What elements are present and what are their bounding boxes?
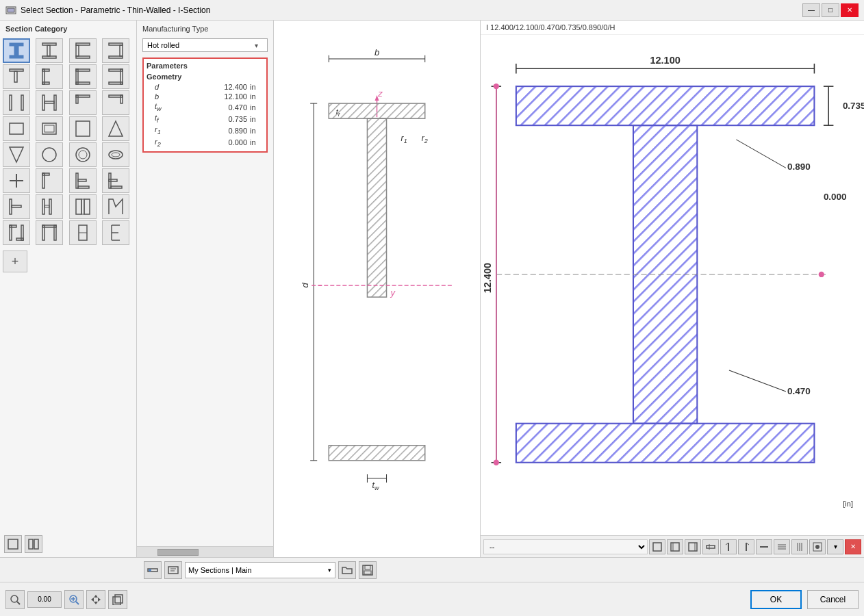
section-btn-23[interactable] xyxy=(69,168,97,193)
view-btn-close[interactable]: ✕ xyxy=(845,539,861,554)
left-panel: Section Category xyxy=(0,21,137,557)
close-button[interactable]: ✕ xyxy=(841,3,859,17)
my-sections-dropdown-wrap: My Sections | Main ▾ xyxy=(185,562,335,578)
minimize-button[interactable]: — xyxy=(802,3,820,17)
view-btn-dropdown[interactable]: ▾ xyxy=(827,539,843,554)
search-btn[interactable] xyxy=(5,590,25,609)
ok-button[interactable]: OK xyxy=(750,590,802,609)
section-btn-26[interactable] xyxy=(36,194,63,219)
hscroll-thumb[interactable] xyxy=(157,549,199,556)
section-btn-12[interactable] xyxy=(102,90,129,115)
bottom-toolbar: 0.00 OK Cancel xyxy=(0,582,864,616)
status-dropdown[interactable]: -- xyxy=(483,539,648,554)
view-btn-6[interactable] xyxy=(738,539,754,554)
copy-btn[interactable] xyxy=(108,590,127,609)
svg-point-43 xyxy=(109,151,123,159)
svg-rect-51 xyxy=(78,186,89,188)
bottom-left: 0.00 xyxy=(5,590,127,609)
pan-btn[interactable] xyxy=(86,590,105,609)
hscroll-bar[interactable] xyxy=(137,546,273,557)
svg-rect-1 xyxy=(8,8,14,12)
section-btn-32[interactable] xyxy=(102,220,129,245)
section-btn-14[interactable] xyxy=(36,116,63,141)
section-btn-3[interactable] xyxy=(69,38,97,63)
view-btn-4[interactable] xyxy=(702,539,719,554)
svg-line-119 xyxy=(729,370,786,392)
view-btn-7[interactable] xyxy=(756,539,772,554)
section-btn-28[interactable] xyxy=(102,194,129,219)
section-edit-btn[interactable] xyxy=(164,561,182,579)
mfg-type-dropdown[interactable]: Hot rolled Cold formed Welded xyxy=(142,38,268,52)
titlebar: Select Section - Parametric - Thin-Walle… xyxy=(0,0,864,21)
svg-rect-73 xyxy=(29,539,33,549)
view-btn-10[interactable] xyxy=(809,539,826,554)
section-save-btn[interactable] xyxy=(359,561,377,579)
section-btn-8[interactable] xyxy=(102,64,129,89)
my-sections-dropdown[interactable]: My Sections | Main xyxy=(185,562,335,578)
param-name-r2: r2 xyxy=(155,138,175,148)
section-btn-16[interactable] xyxy=(102,116,129,141)
section-btn-11[interactable] xyxy=(69,90,97,115)
section-label: I 12.400/12.100/0.470/0.735/0.890/0/H xyxy=(481,21,864,35)
param-unit-b: in xyxy=(250,92,264,101)
section-btn-29[interactable] xyxy=(3,220,30,245)
param-name-r1: r1 xyxy=(155,125,175,136)
section-btn-24[interactable] xyxy=(102,168,129,193)
view-btn-3[interactable] xyxy=(685,539,701,554)
section-btn-18[interactable] xyxy=(36,142,63,167)
section-btn-2[interactable] xyxy=(36,38,63,63)
svg-rect-12 xyxy=(120,45,123,56)
section-btn-15[interactable] xyxy=(69,116,97,141)
add-section-button[interactable]: + xyxy=(3,251,27,272)
section-btn-13[interactable] xyxy=(3,116,30,141)
section-add-btn[interactable] xyxy=(144,561,162,579)
section-btn-5[interactable] xyxy=(3,64,30,89)
section-folder-btn[interactable] xyxy=(338,561,356,579)
view-btn-5[interactable] xyxy=(720,539,737,554)
zoom-btn[interactable] xyxy=(64,590,84,609)
section-btn-1[interactable] xyxy=(3,38,30,63)
svg-rect-153 xyxy=(364,571,371,574)
section-view-btn-1[interactable] xyxy=(4,535,22,553)
section-btn-7[interactable] xyxy=(69,64,97,89)
view-btn-8[interactable] xyxy=(774,539,790,554)
parameters-box: Parameters Geometry d 12.400 in b 12.100… xyxy=(142,57,268,153)
section-btn-9[interactable] xyxy=(3,90,30,115)
view-btn-1[interactable] xyxy=(649,539,665,554)
svg-rect-103 xyxy=(516,424,815,463)
section-btn-31[interactable] xyxy=(69,220,97,245)
section-btn-25[interactable] xyxy=(3,194,30,219)
svg-point-147 xyxy=(149,569,151,572)
param-row-tw: tw 0.470 in xyxy=(147,101,264,113)
coord-display[interactable]: 0.00 xyxy=(27,591,62,608)
section-btn-10[interactable] xyxy=(36,90,63,115)
svg-rect-129 xyxy=(689,543,697,551)
section-view-btn-2[interactable] xyxy=(25,535,42,553)
section-btn-27[interactable] xyxy=(69,194,97,219)
cancel-button[interactable]: Cancel xyxy=(807,590,859,609)
param-name-tw: tw xyxy=(155,102,175,112)
svg-text:d: d xyxy=(300,283,310,288)
app-icon xyxy=(5,5,16,16)
section-btn-20[interactable] xyxy=(102,142,129,167)
section-btn-30[interactable] xyxy=(36,220,63,245)
param-value-tf: 0.735 xyxy=(175,115,247,123)
section-btn-22[interactable] xyxy=(36,168,63,193)
view-btn-9[interactable] xyxy=(791,539,808,554)
maximize-button[interactable]: □ xyxy=(822,3,839,17)
svg-text:r1: r1 xyxy=(401,133,407,144)
section-btn-6[interactable] xyxy=(36,64,63,89)
section-btn-19[interactable] xyxy=(69,142,97,167)
view-btn-2[interactable] xyxy=(667,539,683,554)
svg-rect-31 xyxy=(76,95,78,103)
svg-point-154 xyxy=(11,595,18,602)
section-btn-17[interactable] xyxy=(3,142,30,167)
section-btn-21[interactable] xyxy=(3,168,30,193)
svg-point-42 xyxy=(79,151,87,159)
svg-marker-162 xyxy=(91,598,94,602)
svg-rect-83 xyxy=(329,103,424,118)
svg-rect-4 xyxy=(10,55,23,58)
svg-marker-39 xyxy=(10,147,23,162)
section-btn-4[interactable] xyxy=(102,38,129,63)
large-view: 12.100 12.400 0.735 0.890 xyxy=(481,35,864,535)
